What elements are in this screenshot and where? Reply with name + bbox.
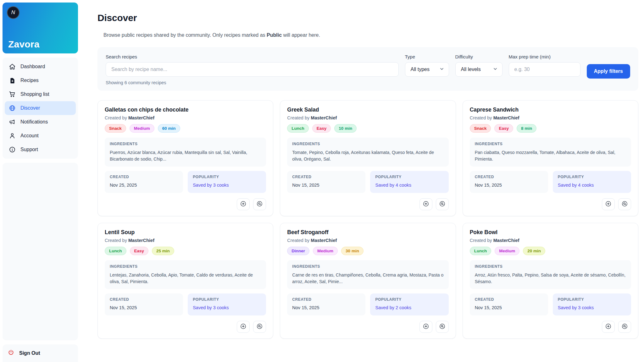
ingredients-box: INGREDIENTS Carne de res en tiras, Champ…: [287, 260, 448, 289]
recipe-title: Galletas con chips de chocolate: [105, 107, 266, 113]
cart-icon: [9, 91, 16, 98]
plus-circle-icon: [605, 200, 612, 208]
popularity-box: POPULARITY Saved by 4 cooks: [553, 171, 631, 193]
view-recipe-button[interactable]: [618, 198, 631, 210]
badge-60-min: 60 min: [158, 124, 180, 133]
ingredients-box: INGREDIENTS Pan ciabatta, Queso mozzarel…: [470, 138, 631, 167]
add-recipe-button[interactable]: [237, 198, 250, 210]
badge-lunch: Lunch: [105, 247, 126, 255]
results-count: Showing 6 community recipes: [106, 80, 399, 85]
search-input[interactable]: [106, 62, 399, 77]
sidebar-item-recipes[interactable]: Recipes: [5, 74, 76, 87]
recipe-author: Created by MasterChief: [287, 238, 448, 243]
description-bold: Public: [267, 32, 282, 38]
chevron-down-icon: [439, 66, 445, 73]
difficulty-label: Difficulty: [455, 54, 502, 59]
ingredients-label: INGREDIENTS: [475, 264, 626, 269]
sidebar-item-support[interactable]: Support: [5, 143, 76, 156]
plus-circle-icon: [240, 323, 247, 331]
sidebar-item-dashboard[interactable]: Dashboard: [5, 60, 76, 74]
magnifier-circle-icon: [621, 323, 628, 331]
add-recipe-button[interactable]: [237, 321, 250, 333]
sidebar-item-label: Support: [20, 147, 38, 152]
brand-name: Zavora: [8, 39, 40, 50]
sidebar-item-label: Dashboard: [20, 64, 45, 69]
ingredients-text: Lentejas, Zanahoria, Cebolla, Apio, Toma…: [110, 272, 261, 285]
sidebar-spacer: [3, 163, 78, 340]
ingredients-label: INGREDIENTS: [292, 264, 443, 269]
card-actions: [105, 198, 266, 210]
sign-out-button[interactable]: Sign Out: [3, 344, 78, 362]
recipe-author: Created by MasterChief: [105, 115, 266, 120]
recipe-title: Poke Bowl: [470, 229, 631, 236]
sidebar-item-discover[interactable]: Discover: [5, 101, 76, 115]
sidebar-item-label: Discover: [20, 105, 40, 111]
view-recipe-button[interactable]: [436, 198, 449, 210]
brand-logo-letter: N: [11, 9, 15, 16]
ingredients-label: INGREDIENTS: [292, 142, 443, 146]
recipe-author: Created by MasterChief: [470, 115, 631, 120]
badge-lunch: Lunch: [470, 247, 491, 255]
ingredients-box: INGREDIENTS Puerros, Azúcar blanca, Azúc…: [105, 138, 266, 167]
view-recipe-button[interactable]: [436, 321, 449, 333]
add-recipe-button[interactable]: [602, 198, 615, 210]
plus-circle-icon: [240, 200, 247, 208]
recipe-title: Beef Stroganoff: [287, 229, 448, 236]
recipe-card: Greek Salad Created by MasterChief Lunch…: [280, 100, 456, 216]
ingredients-label: INGREDIENTS: [110, 264, 261, 269]
popularity-label: POPULARITY: [193, 297, 261, 302]
max-prep-input[interactable]: [509, 62, 580, 77]
main-content: Discover Browse public recipes shared by…: [80, 0, 644, 362]
view-recipe-button[interactable]: [253, 321, 266, 333]
recipe-card: Poke Bowl Created by MasterChief LunchMe…: [463, 223, 638, 339]
sidebar-item-label: Account: [20, 133, 39, 139]
ingredients-text: Arroz, Atún fresco, Palta, Pepino, Salsa…: [475, 272, 626, 285]
magnifier-circle-icon: [439, 323, 446, 331]
sidebar-item-account[interactable]: Account: [5, 129, 76, 143]
difficulty-select[interactable]: All levels: [455, 62, 502, 77]
created-label: CREATED: [110, 297, 178, 302]
add-recipe-button[interactable]: [419, 198, 432, 210]
badge-10-min: 10 min: [334, 124, 357, 133]
globe-icon: [9, 105, 16, 112]
recipe-badges: LunchMedium20 min: [470, 247, 631, 255]
recipe-card: Caprese Sandwich Created by MasterChief …: [463, 100, 638, 216]
view-recipe-button[interactable]: [253, 198, 266, 210]
recipe-author: Created by MasterChief: [105, 238, 266, 243]
page-description: Browse public recipes shared by the comm…: [97, 32, 638, 38]
sidebar: N Zavora Dashboard Recipes Shopping list…: [0, 0, 80, 362]
created-date: Nov 15, 2025: [475, 183, 543, 188]
popularity-box: POPULARITY Saved by 3 cooks: [188, 293, 266, 315]
popularity-value: Saved by 4 cooks: [558, 183, 626, 188]
apply-filters-button[interactable]: Apply filters: [587, 64, 630, 79]
popularity-value: Saved by 3 cooks: [193, 183, 261, 188]
chevron-down-icon: [492, 66, 498, 73]
recipe-badges: LunchEasy10 min: [287, 124, 448, 133]
created-box: CREATED Nov 25, 2025: [105, 171, 183, 193]
add-recipe-button[interactable]: [419, 321, 432, 333]
brand-logo: N: [7, 6, 19, 19]
popularity-value: Saved by 3 cooks: [558, 305, 626, 310]
recipe-card: Lentil Soup Created by MasterChief Lunch…: [97, 223, 273, 339]
created-label: CREATED: [475, 175, 543, 179]
type-select[interactable]: All types: [405, 62, 449, 77]
ingredients-box: INGREDIENTS Arroz, Atún fresco, Palta, P…: [470, 260, 631, 289]
sidebar-item-label: Shopping list: [20, 91, 49, 97]
add-recipe-button[interactable]: [602, 321, 615, 333]
card-actions: [105, 321, 266, 333]
badge-easy: Easy: [494, 124, 513, 133]
badge-medium: Medium: [130, 124, 154, 133]
plus-circle-icon: [423, 323, 429, 331]
recipe-badges: SnackEasy8 min: [470, 124, 631, 133]
ingredients-box: INGREDIENTS Lentejas, Zanahoria, Cebolla…: [105, 260, 266, 289]
user-icon: [9, 132, 16, 139]
popularity-label: POPULARITY: [558, 297, 626, 302]
power-icon: [8, 349, 14, 357]
ingredients-text: Carne de res en tiras, Champiñones, Cebo…: [292, 272, 443, 285]
sidebar-item-shopping-list[interactable]: Shopping list: [5, 87, 76, 101]
view-recipe-button[interactable]: [618, 321, 631, 333]
recipe-title: Lentil Soup: [105, 229, 266, 236]
recipe-card: Galletas con chips de chocolate Created …: [97, 100, 273, 216]
sidebar-item-label: Notifications: [20, 119, 48, 125]
sidebar-item-notifications[interactable]: Notifications: [5, 115, 76, 129]
